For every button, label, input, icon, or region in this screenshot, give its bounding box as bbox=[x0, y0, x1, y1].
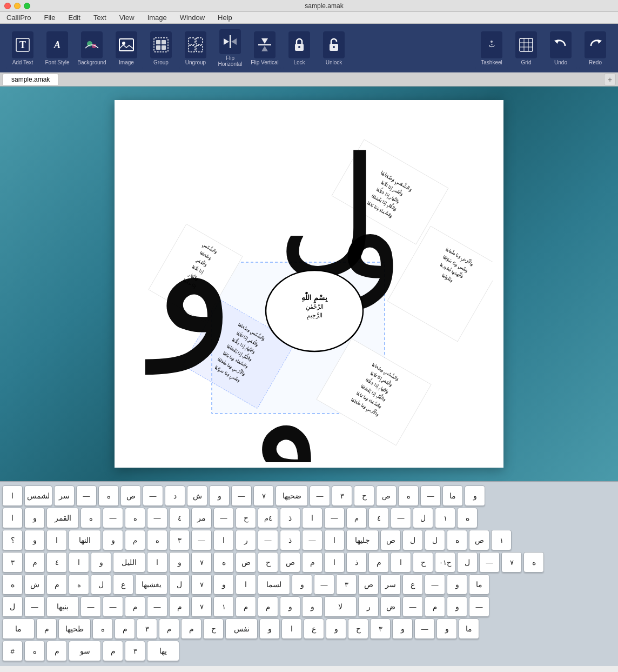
key-l4[interactable]: ل bbox=[457, 552, 478, 573]
key-ss2[interactable]: ص bbox=[380, 530, 401, 550]
key-m11[interactable]: م bbox=[36, 618, 57, 639]
key-hash[interactable]: # bbox=[2, 641, 23, 661]
key-7f[interactable]: ٧ bbox=[191, 596, 212, 617]
key-m12[interactable]: م bbox=[103, 641, 123, 661]
key-dash4[interactable]: — bbox=[143, 485, 163, 506]
key-wa8[interactable]: و bbox=[447, 574, 467, 595]
lock-button[interactable]: Lock bbox=[283, 27, 315, 69]
tab-sample[interactable]: sample.amak bbox=[2, 74, 59, 85]
key-7b[interactable]: ٧ bbox=[253, 485, 274, 506]
key-dash21[interactable]: — bbox=[24, 596, 45, 617]
key-l5[interactable]: ل bbox=[169, 574, 190, 595]
key-dot12[interactable]: م bbox=[258, 596, 278, 617]
redo-button[interactable]: Redo bbox=[579, 27, 612, 69]
key-m7[interactable]: م bbox=[46, 574, 67, 595]
unlock-button[interactable]: Unlock bbox=[318, 27, 350, 69]
key-dhuhaa[interactable]: ضحيها bbox=[276, 485, 308, 506]
key-dot10[interactable]: ه bbox=[69, 574, 89, 595]
key-dash16[interactable]: — bbox=[314, 574, 334, 595]
key-wa13[interactable]: و bbox=[436, 618, 457, 639]
key-dash5[interactable]: — bbox=[76, 485, 97, 506]
key-a3[interactable]: ا bbox=[213, 530, 234, 550]
key-wa10[interactable]: و bbox=[213, 574, 234, 595]
key-dash8[interactable]: — bbox=[213, 508, 234, 528]
key-dash7[interactable]: — bbox=[324, 508, 345, 528]
key-dot13[interactable]: م bbox=[236, 596, 256, 617]
key-d4[interactable]: ض bbox=[236, 552, 256, 573]
key-m5[interactable]: م bbox=[302, 552, 323, 573]
key-m6[interactable]: م bbox=[24, 552, 45, 573]
key-a4[interactable]: ا bbox=[46, 530, 67, 550]
key-ha2[interactable]: ح bbox=[236, 508, 256, 528]
menu-text[interactable]: Text bbox=[91, 14, 109, 22]
close-button[interactable] bbox=[4, 3, 11, 9]
key-dot11[interactable]: م bbox=[425, 596, 445, 617]
key-dash14[interactable]: — bbox=[479, 552, 500, 573]
key-l6[interactable]: ل bbox=[91, 574, 111, 595]
key-dot3[interactable]: ه bbox=[125, 508, 145, 528]
key-3f[interactable]: ٣ bbox=[125, 641, 145, 661]
key-yiha[interactable]: يها bbox=[147, 641, 179, 661]
menu-file[interactable]: File bbox=[42, 14, 58, 22]
key-h5[interactable]: ه bbox=[213, 552, 234, 573]
key-s4[interactable]: ص bbox=[280, 552, 300, 573]
key-eq[interactable]: و bbox=[392, 618, 413, 639]
minimize-button[interactable] bbox=[14, 3, 21, 9]
key-h4[interactable]: ه bbox=[523, 552, 544, 573]
key-dot7[interactable]: ل bbox=[402, 530, 423, 550]
key-yaghshiha[interactable]: يغشيها bbox=[135, 574, 167, 595]
key-dot19[interactable]: م bbox=[46, 641, 67, 661]
key-alsama[interactable]: لسما bbox=[258, 574, 290, 595]
key-ha[interactable]: ح bbox=[354, 485, 374, 506]
key-dot2[interactable]: ه bbox=[98, 485, 119, 506]
key-dot16[interactable]: م bbox=[159, 618, 179, 639]
key-m4[interactable]: م bbox=[368, 552, 389, 573]
menu-callipro[interactable]: CalliPro bbox=[4, 14, 33, 22]
key-4m[interactable]: ٤م bbox=[258, 508, 278, 528]
key-l2[interactable]: ل bbox=[413, 508, 433, 528]
key-ha4[interactable]: ح bbox=[413, 552, 433, 573]
key-baniha[interactable]: بنيها bbox=[46, 596, 79, 617]
key-h6[interactable]: ه bbox=[2, 574, 23, 595]
key-m10[interactable]: م bbox=[115, 618, 135, 639]
key-dot6[interactable]: ل bbox=[425, 530, 445, 550]
add-text-button[interactable]: T Add Text bbox=[6, 27, 39, 69]
key-dash9[interactable]: — bbox=[147, 508, 167, 528]
key-ra2[interactable]: ر bbox=[358, 596, 379, 617]
key-dash17[interactable]: — bbox=[469, 596, 489, 617]
image-button[interactable]: Image bbox=[110, 27, 143, 69]
key-1a[interactable]: ١ bbox=[435, 508, 455, 528]
key-dash1[interactable]: — bbox=[420, 485, 441, 506]
key-wa9[interactable]: و bbox=[292, 574, 312, 595]
key-alqamar[interactable]: القمر bbox=[46, 508, 79, 528]
key-tt[interactable]: ص bbox=[469, 530, 489, 550]
key-dha2[interactable]: ذ bbox=[280, 530, 300, 550]
key-dot5[interactable]: ه bbox=[447, 530, 467, 550]
key-l7[interactable]: ل bbox=[2, 596, 23, 617]
grid-button[interactable]: Grid bbox=[510, 27, 542, 69]
key-0c[interactable]: ح٠١ bbox=[435, 552, 455, 573]
key-ra[interactable]: ر bbox=[236, 530, 256, 550]
canvas-area[interactable]: وَالشَّمْسِ وَضُحَاهَا وَالْقَمَرِ إِذَا… bbox=[0, 87, 618, 481]
key-a2[interactable]: ا bbox=[324, 530, 345, 550]
key-dot4[interactable]: ه bbox=[80, 508, 101, 528]
key-wa6[interactable]: و bbox=[169, 552, 190, 573]
key-a8[interactable]: ا bbox=[69, 552, 89, 573]
key-wa14[interactable]: و bbox=[326, 618, 346, 639]
key-ha7[interactable]: ح bbox=[348, 618, 368, 639]
key-dash6[interactable]: — bbox=[391, 508, 411, 528]
key-allayl[interactable]: الليل bbox=[113, 552, 145, 573]
key-alnaha[interactable]: النها bbox=[69, 530, 101, 550]
flip-horizontal-button[interactable]: Flip Horizontal bbox=[214, 27, 246, 69]
key-alif1[interactable]: ا bbox=[2, 485, 23, 506]
key-dash12[interactable]: — bbox=[258, 530, 278, 550]
key-wa4[interactable]: و bbox=[103, 530, 123, 550]
key-dash15[interactable]: — bbox=[425, 574, 445, 595]
key-wa3[interactable]: و bbox=[24, 508, 45, 528]
flip-vertical-button[interactable]: Flip Vertical bbox=[248, 27, 281, 69]
key-dot9[interactable]: م bbox=[125, 530, 145, 550]
key-a9[interactable]: ا bbox=[236, 574, 256, 595]
key-ha8[interactable]: ح bbox=[203, 618, 224, 639]
key-alif2[interactable]: ا bbox=[2, 508, 23, 528]
key-0b[interactable]: م bbox=[346, 508, 367, 528]
